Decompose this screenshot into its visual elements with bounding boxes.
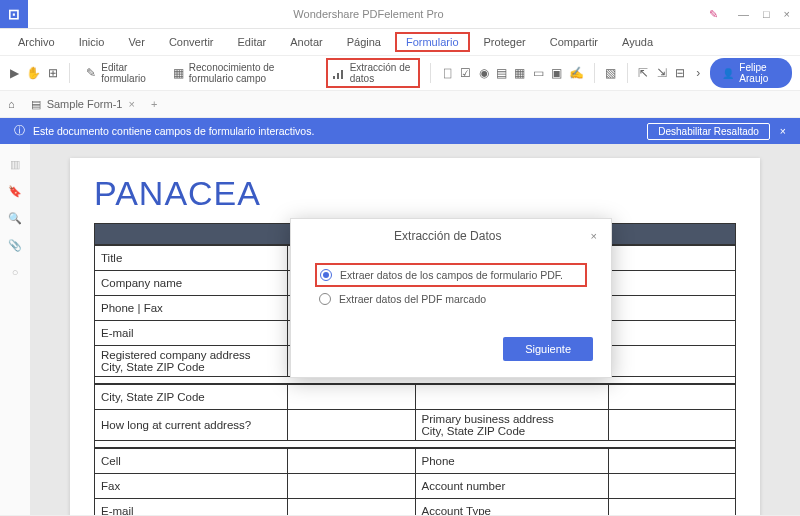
select-icon[interactable]: ⊞	[47, 65, 59, 81]
data-extraction-button[interactable]: Extracción de datos	[326, 58, 420, 88]
new-tab-icon[interactable]: +	[151, 98, 157, 110]
field-label: How long at current address?	[95, 410, 288, 441]
info-icon: ⓘ	[14, 124, 25, 138]
field-value[interactable]	[288, 449, 416, 474]
menu-anotar[interactable]: Anotar	[280, 33, 332, 51]
maximize-icon[interactable]: □	[763, 8, 770, 20]
user-badge[interactable]: 👤 Felipe Araujo	[710, 58, 792, 88]
menu-página[interactable]: Página	[337, 33, 391, 51]
dialog-title: Extracción de Datos	[305, 229, 591, 243]
field-value[interactable]	[608, 385, 736, 410]
thumbnails-icon[interactable]: ▥	[10, 158, 20, 171]
document-viewport[interactable]: PANACEA BUSINESS CONTACT INFORMATION Tit…	[30, 144, 800, 516]
next-button[interactable]: Siguiente	[503, 337, 593, 361]
field-label: Account number	[415, 474, 608, 499]
menubar: ArchivoInicioVerConvertirEditarAnotarPág…	[0, 29, 800, 55]
menu-ayuda[interactable]: Ayuda	[612, 33, 663, 51]
listbox-icon[interactable]: ▦	[514, 65, 526, 81]
search-icon[interactable]: 🔍	[8, 212, 22, 225]
field-label: E-mail	[95, 321, 288, 346]
extract-data-dialog: Extracción de Datos × Extraer datos de l…	[290, 218, 612, 378]
svg-rect-0	[333, 76, 335, 79]
tabbar: ⌂ ▤ Sample Form-1 × +	[0, 91, 800, 118]
field-value[interactable]	[288, 474, 416, 499]
menu-proteger[interactable]: Proteger	[474, 33, 536, 51]
notification-icon[interactable]: ✎	[709, 8, 718, 21]
attachments-icon[interactable]: 📎	[8, 239, 22, 252]
properties-icon[interactable]: ⊟	[674, 65, 686, 81]
sidebar: ▥ 🔖 🔍 📎 ○	[0, 144, 30, 516]
field-label: Company name	[95, 271, 288, 296]
checkbox-icon[interactable]: ☑	[459, 65, 471, 81]
field-value[interactable]	[608, 449, 736, 474]
minimize-icon[interactable]: —	[738, 8, 749, 20]
info-close-icon[interactable]: ×	[780, 125, 786, 137]
radio-icon[interactable]: ◉	[477, 65, 489, 81]
field-label: Phone	[415, 449, 608, 474]
user-icon: 👤	[722, 68, 734, 79]
radio-icon	[320, 269, 332, 281]
extract-icon	[332, 65, 346, 81]
field-value[interactable]	[608, 474, 736, 499]
field-label: E-mail	[95, 499, 288, 517]
pointer-icon[interactable]: ▶	[8, 65, 20, 81]
field-label: Phone | Fax	[95, 296, 288, 321]
form-recog-icon: ▦	[173, 65, 185, 81]
field-value[interactable]	[288, 410, 416, 441]
contact-table-2: City, State ZIP CodeHow long at current …	[94, 384, 736, 441]
menu-archivo[interactable]: Archivo	[8, 33, 65, 51]
form-recognition-button[interactable]: ▦ Reconocimiento de formulario campo	[168, 59, 320, 87]
app-title: Wondershare PDFelement Pro	[28, 8, 709, 20]
field-label: Primary business addressCity, State ZIP …	[415, 410, 608, 441]
field-label	[415, 385, 608, 410]
menu-formulario[interactable]: Formulario	[395, 32, 470, 52]
export-icon[interactable]: ⇲	[656, 65, 668, 81]
dialog-close-icon[interactable]: ×	[591, 230, 597, 242]
hand-icon[interactable]: ✋	[26, 65, 41, 81]
menu-ver[interactable]: Ver	[118, 33, 155, 51]
tab-close-icon[interactable]: ×	[128, 98, 134, 110]
home-icon[interactable]: ⌂	[8, 98, 15, 110]
field-label: Registered company addressCity, State ZI…	[95, 346, 288, 377]
document-tab[interactable]: ▤ Sample Form-1 ×	[23, 98, 143, 111]
menu-inicio[interactable]: Inicio	[69, 33, 115, 51]
toolbar: ▶ ✋ ⊞ ✎ Editar formulario ▦ Reconocimien…	[0, 55, 800, 91]
edit-form-button[interactable]: ✎ Editar formulario	[80, 59, 161, 87]
field-label: Account Type	[415, 499, 608, 517]
overflow-icon[interactable]: ›	[692, 65, 704, 81]
field-label: Title	[95, 246, 288, 271]
svg-rect-1	[337, 73, 339, 79]
bookmarks-icon[interactable]: 🔖	[8, 185, 22, 198]
option-extract-marked[interactable]: Extraer datos del PDF marcado	[315, 287, 587, 311]
field-value[interactable]	[288, 385, 416, 410]
menu-compartir[interactable]: Compartir	[540, 33, 608, 51]
disable-highlight-button[interactable]: Deshabilitar Resaltado	[647, 123, 770, 140]
image-icon[interactable]: ▣	[550, 65, 562, 81]
field-value[interactable]	[608, 499, 736, 517]
option-extract-form-fields[interactable]: Extraer datos de los campos de formulari…	[315, 263, 587, 287]
radio-icon	[319, 293, 331, 305]
info-bar: ⓘ Este documento contiene campos de form…	[0, 118, 800, 144]
doc-icon: ▤	[31, 98, 41, 111]
form-edit-icon: ✎	[85, 65, 97, 81]
svg-rect-2	[341, 70, 343, 79]
titlebar: ⊡ Wondershare PDFelement Pro ✎ — □ ×	[0, 0, 800, 29]
comments-icon[interactable]: ○	[12, 266, 19, 278]
field-value[interactable]	[288, 499, 416, 517]
contact-table-3: CellPhoneFaxAccount numberE-mailAccount …	[94, 448, 736, 516]
import-icon[interactable]: ⇱	[637, 65, 649, 81]
menu-convertir[interactable]: Convertir	[159, 33, 224, 51]
app-logo: ⊡	[0, 0, 28, 28]
menu-editar[interactable]: Editar	[228, 33, 277, 51]
signature-icon[interactable]: ✍	[569, 65, 584, 81]
field-label: Cell	[95, 449, 288, 474]
field-label: City, State ZIP Code	[95, 385, 288, 410]
combobox-icon[interactable]: ▤	[496, 65, 508, 81]
close-icon[interactable]: ×	[784, 8, 790, 20]
brand-heading: PANACEA	[94, 174, 736, 213]
more-tools-icon[interactable]: ▧	[604, 65, 616, 81]
field-value[interactable]	[608, 410, 736, 441]
textfield-icon[interactable]: ⎕	[441, 65, 453, 81]
button-icon[interactable]: ▭	[532, 65, 544, 81]
field-label: Fax	[95, 474, 288, 499]
